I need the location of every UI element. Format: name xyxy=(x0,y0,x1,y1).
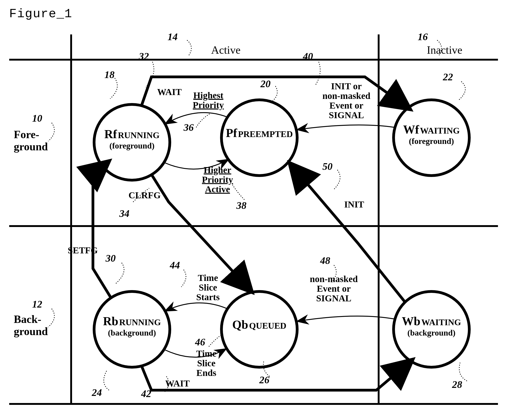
state-Rf: Rf RUNNING (foreground) xyxy=(94,127,170,151)
ref-48: 48 xyxy=(320,255,330,267)
column-header-active: Active xyxy=(211,44,240,56)
diagram-svg xyxy=(0,0,506,420)
ref-38: 38 xyxy=(236,200,246,211)
transition-time-slice-starts xyxy=(165,303,227,311)
state-Rb: Rb RUNNING (background) xyxy=(94,314,170,338)
edge-label-setfg: SETFG xyxy=(68,246,98,255)
ref-36: 36 xyxy=(184,122,194,133)
state-Pf: Pf PREEMPTED xyxy=(221,126,297,140)
edge-label-highest-priority: Highest Priority xyxy=(193,91,224,110)
edge-label-time-slice-ends: Time Slice Ends xyxy=(196,349,216,378)
edge-label-time-slice-starts: Time Slice Starts xyxy=(196,273,220,302)
ref-12: 12 xyxy=(32,298,42,310)
ref-30: 30 xyxy=(106,253,116,264)
transition-nonmasked-event-signal xyxy=(297,316,395,321)
ref-10: 10 xyxy=(32,113,42,124)
ref-14: 14 xyxy=(167,31,178,43)
ref-44: 44 xyxy=(170,259,180,271)
ref-26: 26 xyxy=(259,374,269,386)
ref-46: 46 xyxy=(195,336,205,348)
ref-22: 22 xyxy=(443,71,453,83)
state-Wf: Wf WAITING (foreground) xyxy=(393,123,469,146)
ref-28: 28 xyxy=(452,379,462,390)
ref-24: 24 xyxy=(92,387,102,398)
transition-setfg xyxy=(93,161,111,298)
state-Wb: Wb WAITING (background) xyxy=(393,314,469,338)
figure-canvas: Figure_1 xyxy=(0,0,506,420)
transition-highest-priority xyxy=(165,113,227,124)
transition-time-slice-ends xyxy=(165,349,226,357)
edge-label-clrfg: CLRFG xyxy=(128,191,161,200)
edge-label-nonmasked-event-signal: non-masked Event or SIGNAL xyxy=(310,274,358,303)
edge-label-init-event-signal: INIT or non-masked Event or SIGNAL xyxy=(322,81,370,120)
ref-40: 40 xyxy=(303,51,313,62)
edge-label-higher-priority-active: Higher Priority Active xyxy=(202,165,233,194)
ref-32: 32 xyxy=(139,51,149,62)
ref-50: 50 xyxy=(322,161,333,172)
ref-42: 42 xyxy=(141,388,151,400)
edge-label-wait-top: WAIT xyxy=(157,87,182,97)
ref-20: 20 xyxy=(260,78,271,90)
column-header-inactive: Inactive xyxy=(427,44,462,56)
row-label-foreground: Fore-ground xyxy=(14,128,48,153)
edge-label-wait-bottom: WAIT xyxy=(165,379,190,388)
transition-init-event-signal xyxy=(297,125,395,130)
edge-label-init: INIT xyxy=(344,200,364,209)
ref-16: 16 xyxy=(418,31,428,43)
ref-18: 18 xyxy=(104,69,114,80)
ref-34: 34 xyxy=(119,208,129,220)
state-Qb: Qb QUEUED xyxy=(221,318,297,331)
row-label-background: Back-ground xyxy=(14,313,48,338)
